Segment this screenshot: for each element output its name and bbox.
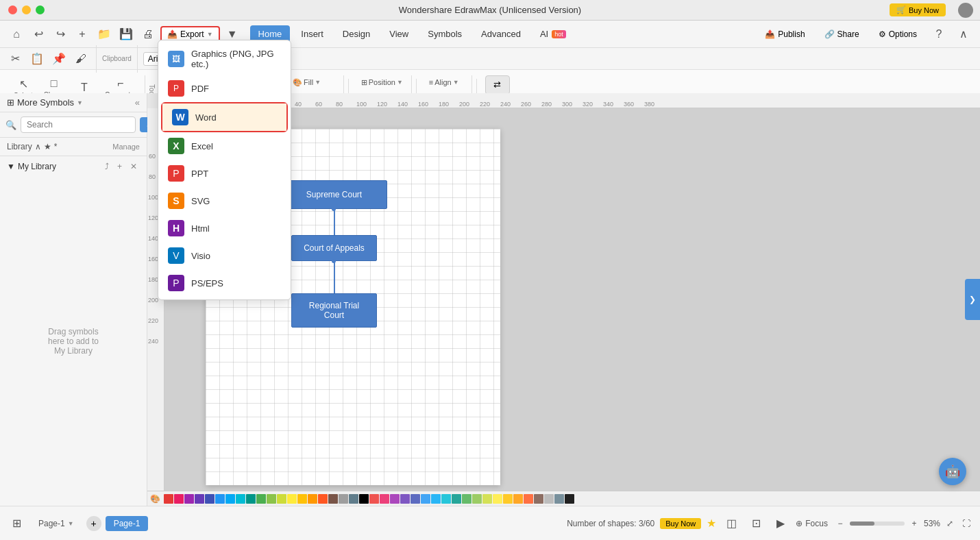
home-icon[interactable]: ⌂ [7,25,26,44]
export-pdf-item[interactable]: P PDF [158,75,291,102]
collapse-sidebar-button[interactable]: « [135,97,140,108]
color-swatch[interactable] [441,494,451,504]
maximize-button[interactable] [36,5,45,14]
menu-design[interactable]: Design [334,25,378,42]
format-paint-icon[interactable]: 🖌 [71,49,90,69]
color-swatch[interactable] [246,494,256,504]
menu-symbols[interactable]: Symbols [419,25,470,42]
color-swatch[interactable] [174,494,184,504]
color-swatch[interactable] [452,494,461,504]
page-tab-1[interactable]: Page-1 ▼ [30,516,82,531]
current-page-tab[interactable]: Page-1 [106,516,149,531]
close-lib-icon[interactable]: ✕ [127,160,140,173]
zoom-out-button[interactable]: − [833,517,847,530]
color-swatch[interactable] [236,494,245,504]
menu-view[interactable]: View [381,25,417,42]
menu-insert[interactable]: Insert [293,25,332,42]
export-svg-item[interactable]: S SVG [158,187,291,214]
color-swatch[interactable] [297,494,307,504]
right-panel-toggle[interactable]: ❯ [965,279,980,320]
color-swatch[interactable] [390,494,400,504]
share-button[interactable]: 🔗 Share [818,27,866,42]
redo-icon[interactable]: ↪ [51,25,70,44]
color-swatch[interactable] [380,494,389,504]
layers-icon[interactable]: ◫ [722,514,741,533]
fullscreen-button[interactable]: ⛶ [959,517,973,530]
help-icon[interactable]: ? [929,25,948,44]
options-button[interactable]: ⚙ Options [872,27,924,42]
add-lib-icon[interactable]: + [114,160,125,173]
color-swatch[interactable] [328,494,338,504]
zoom-in-button[interactable]: + [907,517,921,530]
copy-icon[interactable]: 📋 [27,49,47,69]
minimize-button[interactable] [22,5,31,14]
color-swatch[interactable] [472,494,482,504]
color-swatch[interactable] [256,494,266,504]
color-swatch[interactable] [513,494,523,504]
color-swatch[interactable] [544,494,554,504]
color-swatch[interactable] [359,494,369,504]
court-of-appeals-shape[interactable]: Court of Appeals [291,235,377,261]
color-swatch[interactable] [431,494,441,504]
color-swatch[interactable] [369,494,379,504]
color-swatch[interactable] [524,494,533,504]
color-swatch[interactable] [215,494,225,504]
color-swatch[interactable] [318,494,328,504]
color-swatch[interactable] [308,494,317,504]
manage-label[interactable]: Manage [112,143,140,151]
fit-page-button[interactable]: ⤢ [943,517,957,530]
export-pseps-item[interactable]: P PS/EPS [158,269,291,297]
color-swatch[interactable] [411,494,420,504]
color-picker-icon[interactable]: 🎨 [150,494,160,504]
publish-button[interactable]: 📤 Publish [758,27,811,42]
fill-button[interactable]: 🎨 Fill ▼ [289,75,325,90]
paste-icon[interactable]: 📌 [49,49,69,69]
color-swatch[interactable] [287,494,297,504]
color-swatch[interactable] [164,494,173,504]
menu-ai[interactable]: AI hot [532,25,574,42]
fit-icon[interactable]: ⊡ [746,514,765,533]
undo-icon[interactable]: ↩ [29,25,48,44]
color-swatch[interactable] [184,494,194,504]
color-swatch[interactable] [339,494,348,504]
search-input[interactable] [21,116,136,133]
color-swatch[interactable] [421,494,430,504]
color-swatch[interactable] [462,494,471,504]
print-icon[interactable]: 🖨 [138,25,158,44]
color-swatch[interactable] [503,494,513,504]
menu-advanced[interactable]: Advanced [473,25,529,42]
chatbot-button[interactable]: 🤖 [939,458,966,485]
buy-now-button[interactable]: 🛒 Buy Now [890,3,946,16]
close-button[interactable] [8,5,17,14]
cut-icon[interactable]: ✂ [5,49,25,69]
add-page-button[interactable]: + [86,516,101,531]
color-swatch[interactable] [554,494,564,504]
collapse-icon[interactable]: ∧ [954,25,973,44]
color-swatch[interactable] [400,494,410,504]
color-swatch[interactable] [205,494,215,504]
export-word-item[interactable]: W Word [162,103,286,131]
export-html-item[interactable]: H Html [158,214,291,242]
position-button[interactable]: ⊞ Position ▼ [357,75,407,90]
color-swatch[interactable] [482,494,492,504]
color-swatch[interactable] [349,494,358,504]
replace-shape-button[interactable]: ⇄ [485,75,510,95]
supreme-court-shape[interactable]: Supreme Court [281,180,387,209]
align-button[interactable]: ≡ Align ▼ [425,75,463,89]
open-icon[interactable]: 📁 [95,25,114,44]
color-swatch[interactable] [493,494,502,504]
new-icon[interactable]: + [73,25,92,44]
export-lib-icon[interactable]: ⤴ [102,160,112,173]
regional-trial-court-shape[interactable]: Regional Trial Court [291,293,377,328]
color-swatch[interactable] [267,494,276,504]
export-graphics-item[interactable]: 🖼 Graphics (PNG, JPG etc.) [158,43,291,75]
layout-icon[interactable]: ⊞ [7,514,26,533]
color-swatch[interactable] [565,494,574,504]
play-icon[interactable]: ▶ [771,514,790,533]
export-ppt-item[interactable]: P PPT [158,160,291,187]
color-swatch[interactable] [534,494,543,504]
export-visio-item[interactable]: V Visio [158,242,291,269]
save-icon[interactable]: 💾 [117,25,136,44]
color-swatch[interactable] [277,494,286,504]
color-swatch[interactable] [195,494,204,504]
